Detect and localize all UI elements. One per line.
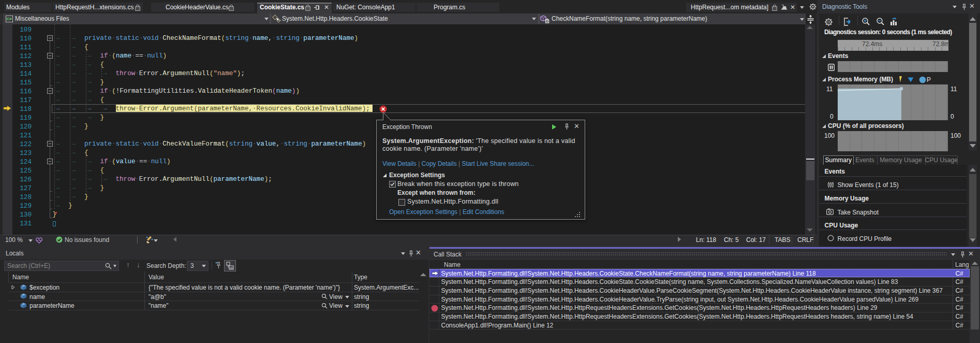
svg-text:ab: ab [230, 266, 233, 269]
